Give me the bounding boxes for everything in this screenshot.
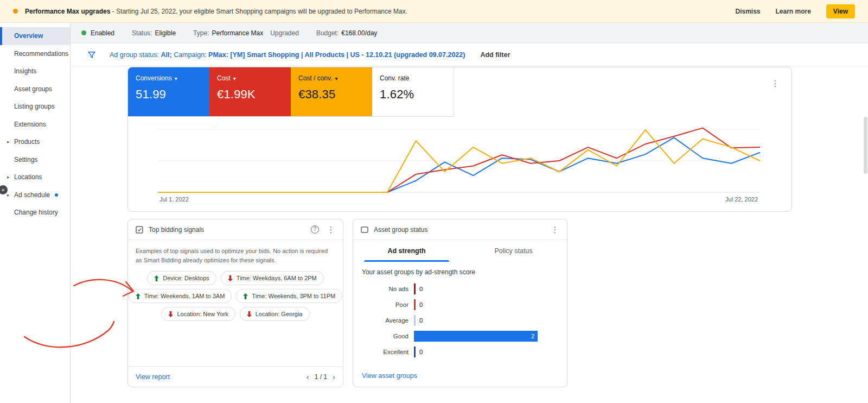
dropdown-caret-icon[interactable]: ▾ [335,75,337,81]
sidebar-item-settings[interactable]: Settings [0,151,70,169]
filter-bar: Ad group status: All; Campaign: PMax: [Y… [71,43,868,66]
metric-value: 51.99 [136,87,202,102]
strength-row-excellent: Excellent0 [353,344,567,360]
metric-label: Cost / conv. [298,74,332,82]
signal-chip-label: Time: Weekdays, 6AM to 2PM [237,275,317,281]
status-value: Eligible [155,29,176,37]
notification-dot [55,193,58,197]
metric-tile-cost-conv[interactable]: Cost / conv.▾€38.35 [291,67,372,116]
strength-value: 0 [419,301,423,308]
sidebar-item-label: Listing groups [14,103,55,110]
metric-label: Conversions [136,74,172,82]
applied-filter[interactable]: Ad group status: All; Campaign: PMax: [Y… [110,51,465,59]
banner-title: Performance Max upgrades [25,8,110,15]
strength-row-label: Poor [353,301,414,308]
strength-row-label: Average [353,317,414,324]
help-icon[interactable]: ? [311,225,319,234]
sidebar-item-ad-schedule[interactable]: ▸Ad schedule [0,186,70,204]
performance-line-chart [158,122,760,194]
filter-campaign-label: Campaign: [174,51,206,59]
enabled-status[interactable]: Enabled [81,29,114,37]
sidebar-item-extensions[interactable]: Extensions [0,116,70,134]
content-area: Conversions▾51.99Cost▾€1.99KCost / conv.… [71,66,868,403]
sidebar-item-asset-groups[interactable]: Asset groups [0,80,70,98]
dropdown-caret-icon[interactable]: ▾ [175,75,177,81]
type-label: Type: [193,29,209,37]
strength-value: 0 [419,349,423,355]
expand-chevron-icon[interactable]: ▸ [7,168,10,186]
signal-chip-label: Location: Georgia [256,311,303,317]
strength-row-no-ads: No ads0 [353,281,567,297]
series-cost-conv [158,130,760,192]
strength-tabs: Ad strength Policy status [353,240,567,262]
notification-banner: Performance Max upgrades - Starting Jul … [0,0,868,23]
signal-chip: Time: Weekends, 1AM to 3AM [129,289,232,303]
sidebar-item-label: Asset groups [14,85,52,93]
sidebar-item-products[interactable]: ▸Products [0,133,70,151]
signal-chip: Time: Weekends, 3PM to 11PM [236,289,342,303]
metric-label: Cost [217,74,231,82]
status-field: Status: Eligible [132,29,176,37]
chart-kebab-icon[interactable]: ⋮ [771,79,780,87]
ad-strength-bars: No ads0Poor0Average0Good2Excellent0 [353,281,567,360]
tab-policy-status[interactable]: Policy status [460,240,567,262]
metric-tile-conv-rate[interactable]: Conv. rate1.62% [372,67,454,116]
sidebar-item-change-history[interactable]: Change history [0,204,70,222]
sidebar-item-label: Extensions [14,121,46,128]
dropdown-caret-icon[interactable]: ▾ [233,75,236,81]
dismiss-button[interactable]: Dismiss [735,8,760,15]
sidebar-item-recommendations[interactable]: Recommendations [0,45,70,63]
banner-text: - Starting Jul 25, 2022, your eligible S… [110,8,407,15]
sidebar-item-listing-groups[interactable]: Listing groups [0,98,70,116]
sidebar-item-insights[interactable]: Insights [0,62,70,80]
vertical-scrollbar[interactable] [864,117,867,174]
type-field: Type: Performance Max Upgraded [193,29,299,37]
sidebar-item-overview[interactable]: Overview [0,27,70,45]
status-label: Status: [132,29,152,37]
view-button[interactable]: View [826,4,855,18]
add-filter-button[interactable]: Add filter [480,51,510,59]
metric-strip: Conversions▾51.99Cost▾€1.99KCost / conv.… [128,67,454,117]
campaign-status-bar: Enabled Status: Eligible Type: Performan… [71,23,868,43]
next-page-icon[interactable]: › [333,372,335,381]
metric-label: Conv. rate [380,74,409,82]
strength-row-good: Good2 [353,328,567,344]
signal-chip: Location: Georgia [240,307,310,321]
sidebar-item-label: Insights [14,67,36,75]
metric-tile-conversions[interactable]: Conversions▾51.99 [128,67,209,116]
sidebar-item-label: Recommendations [14,50,68,58]
up-arrow-icon [136,293,141,299]
type-upgraded-badge: Upgraded [270,29,299,37]
view-report-link[interactable]: View report [136,373,170,381]
filter-icon [87,50,97,60]
sidebar-nav: » OverviewRecommendationsInsightsAsset g… [0,23,71,403]
signals-card-header: Top bidding signals ? ⋮ [128,219,343,240]
learn-more-button[interactable]: Learn more [776,8,811,15]
view-asset-groups-link[interactable]: View asset groups [362,372,417,380]
strength-value: 0 [419,286,423,292]
sidebar-item-label: Settings [14,156,37,163]
tab-label: Policy status [494,247,532,255]
strength-kebab-icon[interactable]: ⋮ [551,225,559,234]
metric-tile-cost[interactable]: Cost▾€1.99K [209,67,291,116]
down-arrow-icon [247,311,252,317]
signal-chip: Device: Desktops [147,271,216,285]
strength-row-label: Good [353,333,414,339]
sidebar-item-label: Change history [14,209,58,216]
signals-kebab-icon[interactable]: ⋮ [327,225,335,234]
sidebar-item-label: Locations [14,173,42,181]
sidebar-item-label: Ad schedule [14,191,50,199]
performance-chart-card: Conversions▾51.99Cost▾€1.99KCost / conv.… [127,67,792,212]
down-arrow-icon [168,311,173,317]
sidebar-item-locations[interactable]: ▸Locations [0,168,70,186]
strength-bar [414,299,416,310]
strength-subtitle: Your asset groups by ad-strength score [353,262,567,281]
expand-chevron-icon[interactable]: ▸ [7,133,10,151]
prev-page-icon[interactable]: ‹ [307,372,309,381]
tab-ad-strength[interactable]: Ad strength [353,240,460,262]
strength-bar [414,284,416,294]
strength-row-label: Excellent [353,349,414,355]
signal-chip: Time: Weekdays, 6AM to 2PM [221,271,324,285]
strength-row-poor: Poor0 [353,297,567,312]
signal-chip-label: Time: Weekends, 1AM to 3AM [144,293,225,299]
